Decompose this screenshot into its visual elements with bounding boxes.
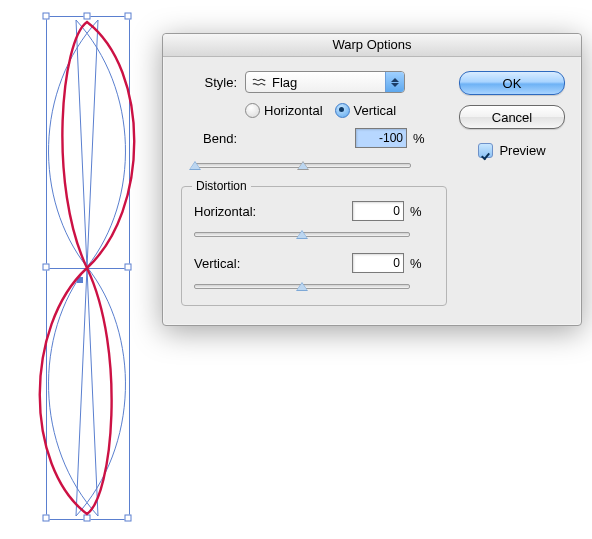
cancel-button-label: Cancel bbox=[492, 110, 532, 125]
distortion-vertical-input[interactable] bbox=[352, 253, 404, 273]
checkbox-icon bbox=[478, 143, 493, 158]
cancel-button[interactable]: Cancel bbox=[459, 105, 565, 129]
orientation-vertical-radio[interactable]: Vertical bbox=[335, 103, 397, 118]
preview-checkbox[interactable]: Preview bbox=[478, 143, 545, 158]
ok-button-label: OK bbox=[503, 76, 522, 91]
style-value: Flag bbox=[272, 75, 297, 90]
distortion-vertical-label: Vertical: bbox=[194, 256, 268, 271]
distortion-group-label: Distortion bbox=[192, 179, 251, 193]
radio-icon bbox=[245, 103, 260, 118]
warp-options-dialog: Warp Options OK Cancel Preview Style: bbox=[162, 33, 582, 326]
distortion-group: Distortion Horizontal: % Vertical: % bbox=[181, 186, 447, 306]
distortion-horizontal-input[interactable] bbox=[352, 201, 404, 221]
bend-label: Bend: bbox=[181, 131, 245, 146]
dialog-title: Warp Options bbox=[163, 34, 581, 57]
bend-input[interactable] bbox=[355, 128, 407, 148]
warped-path-preview bbox=[0, 0, 180, 539]
flag-icon bbox=[252, 77, 266, 88]
bend-slider[interactable] bbox=[195, 158, 411, 172]
orientation-horizontal-radio[interactable]: Horizontal bbox=[245, 103, 323, 118]
style-dropdown[interactable]: Flag bbox=[245, 71, 405, 93]
radio-icon bbox=[335, 103, 350, 118]
ok-button[interactable]: OK bbox=[459, 71, 565, 95]
orientation-horizontal-label: Horizontal bbox=[264, 103, 323, 118]
distortion-horizontal-label: Horizontal: bbox=[194, 204, 268, 219]
preview-label: Preview bbox=[499, 143, 545, 158]
style-label: Style: bbox=[181, 75, 245, 90]
distortion-horizontal-unit: % bbox=[410, 204, 422, 219]
distortion-vertical-slider[interactable] bbox=[194, 279, 410, 293]
dropdown-arrows-icon bbox=[385, 72, 404, 92]
bend-unit: % bbox=[413, 131, 425, 146]
canvas-area bbox=[0, 0, 180, 539]
distortion-vertical-unit: % bbox=[410, 256, 422, 271]
distortion-horizontal-slider[interactable] bbox=[194, 227, 410, 241]
orientation-vertical-label: Vertical bbox=[354, 103, 397, 118]
